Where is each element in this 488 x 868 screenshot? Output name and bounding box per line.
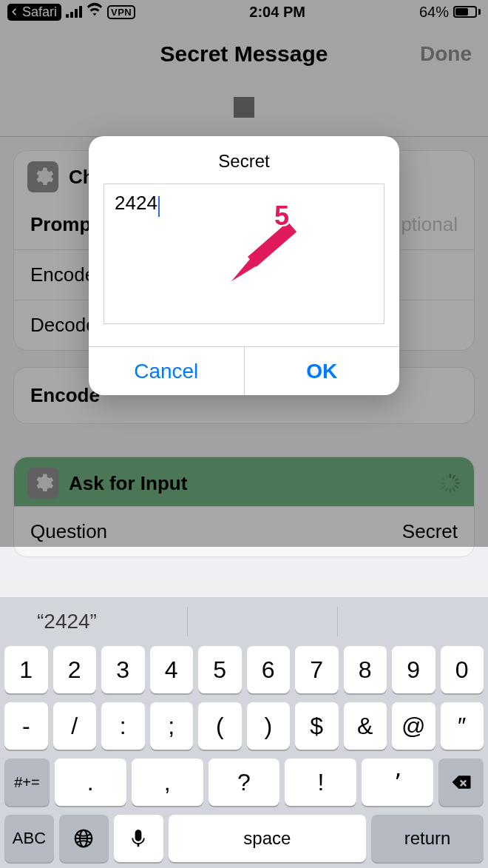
kb-row-2: - / : ; ( ) $ & @ ″: [4, 702, 484, 750]
key-space[interactable]: space: [169, 815, 366, 862]
key-semicolon[interactable]: ;: [150, 702, 194, 750]
mic-icon: [127, 827, 149, 850]
key-abc[interactable]: ABC: [4, 815, 54, 862]
annotation-arrow: 5: [231, 211, 313, 295]
svg-marker-12: [231, 258, 258, 281]
cancel-button[interactable]: Cancel: [89, 347, 244, 395]
key-dollar[interactable]: $: [295, 702, 339, 750]
key-paren-open[interactable]: (: [198, 702, 242, 750]
kb-row-1: 1 2 3 4 5 6 7 8 9 0: [4, 646, 484, 693]
key-9[interactable]: 9: [392, 646, 436, 693]
key-period[interactable]: .: [55, 758, 126, 806]
keyboard: “2424” 1 2 3 4 5 6 7 8 9 0 - / :: [0, 597, 488, 868]
key-paren-close[interactable]: ): [247, 702, 291, 750]
kb-row-4: ABC space return: [4, 815, 484, 862]
key-globe[interactable]: [59, 815, 109, 862]
key-dictation[interactable]: [114, 815, 163, 862]
key-at[interactable]: @: [392, 702, 436, 750]
kb-row-3: #+= . , ? ! ʼ: [4, 758, 484, 806]
key-2[interactable]: 2: [53, 646, 97, 693]
predictive-bar: “2424”: [0, 597, 488, 646]
separator: [187, 607, 188, 636]
annotation-number: 5: [274, 201, 289, 232]
alert-dialog: Secret 2424 5 Cancel OK: [89, 136, 399, 395]
key-1[interactable]: 1: [4, 646, 48, 693]
key-7[interactable]: 7: [295, 646, 339, 693]
backspace-icon: [450, 771, 472, 793]
alert-text-field[interactable]: 2424: [115, 192, 157, 214]
key-8[interactable]: 8: [344, 646, 387, 693]
key-6[interactable]: 6: [247, 646, 291, 693]
suggestion[interactable]: “2424”: [0, 610, 187, 633]
key-slash[interactable]: /: [53, 702, 97, 750]
key-dash[interactable]: -: [4, 702, 48, 750]
key-backspace[interactable]: [438, 758, 484, 806]
alert-title: Secret: [89, 136, 399, 184]
key-question[interactable]: ?: [209, 758, 280, 806]
globe-icon: [72, 827, 95, 850]
key-colon[interactable]: :: [101, 702, 145, 750]
key-0[interactable]: 0: [441, 646, 484, 693]
svg-rect-13: [248, 222, 296, 267]
key-comma[interactable]: ,: [132, 758, 203, 806]
key-return[interactable]: return: [371, 815, 484, 862]
key-symbols-shift[interactable]: #+=: [4, 758, 50, 806]
text-caret: [158, 196, 160, 217]
alert-text-field-wrap[interactable]: 2424 5: [104, 184, 384, 324]
key-ampersand[interactable]: &: [344, 702, 387, 750]
separator: [337, 607, 338, 636]
key-exclaim[interactable]: !: [285, 758, 356, 806]
key-3[interactable]: 3: [101, 646, 145, 693]
key-apostrophe[interactable]: ʼ: [362, 758, 433, 806]
key-double-prime[interactable]: ″: [441, 702, 484, 750]
ok-button[interactable]: OK: [244, 347, 400, 395]
key-4[interactable]: 4: [150, 646, 194, 693]
key-5[interactable]: 5: [198, 646, 242, 693]
